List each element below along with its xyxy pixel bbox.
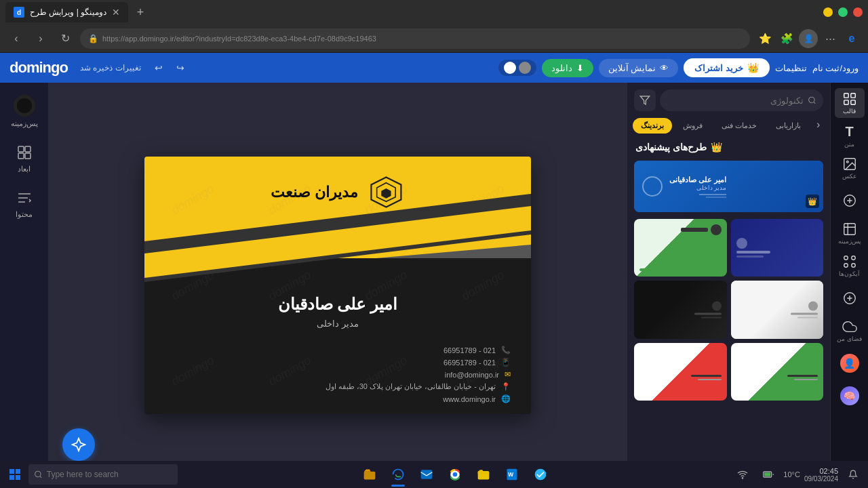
- browser-tab-active[interactable]: d دومینگو | ویرایش طرح ✕: [5, 2, 128, 22]
- svg-point-21: [851, 264, 855, 268]
- side-icon-text[interactable]: T متن: [835, 121, 865, 150]
- template-card-5[interactable]: 👑: [634, 343, 727, 401]
- side-icon-avatar[interactable]: 👤: [835, 348, 865, 378]
- maximize-button[interactable]: [838, 7, 848, 17]
- card-logo-area: مدیران صنعت: [271, 174, 405, 211]
- magic-button[interactable]: [62, 428, 95, 461]
- address-bar[interactable]: 🔒 https://app.domingo.ir/editor?industry…: [80, 28, 750, 49]
- side-icon-cloud[interactable]: فضای من: [835, 316, 865, 346]
- redo-button[interactable]: ↪: [171, 58, 190, 77]
- back-button[interactable]: ‹: [7, 29, 26, 48]
- svg-rect-29: [363, 472, 375, 480]
- tool-content[interactable]: محتوا: [4, 183, 45, 224]
- side-icon-brain[interactable]: 🧠: [835, 381, 865, 411]
- bookmarks-icon[interactable]: ⭐: [755, 29, 774, 48]
- side-icon-photo[interactable]: عکس: [835, 153, 865, 183]
- svg-rect-13: [850, 100, 854, 104]
- tool-dimensions-label: ابعاد: [18, 165, 31, 174]
- cat-tab-marketing[interactable]: بازاریابی: [768, 118, 809, 134]
- taskbar-date: 09/03/2024: [804, 475, 838, 483]
- card-phone2: 021 - 66951789: [443, 359, 496, 367]
- tab-close-button[interactable]: ✕: [112, 7, 120, 18]
- template-search-input[interactable]: [667, 96, 804, 106]
- side-icon-template[interactable]: قالب: [835, 88, 865, 118]
- svg-point-18: [844, 256, 848, 260]
- auth-button[interactable]: ورود/ثبت نام: [812, 63, 859, 73]
- url-text: https://app.domingo.ir/editor?industryId…: [102, 35, 376, 43]
- preview-button[interactable]: 👁 نمایش آنلاین: [599, 59, 679, 77]
- taskbar-battery-icon[interactable]: [757, 464, 779, 485]
- template-card-2[interactable]: 👑: [731, 219, 824, 277]
- taskbar-windows-button[interactable]: [4, 464, 26, 485]
- cat-tab-branding[interactable]: برندینگ: [633, 118, 672, 134]
- svg-rect-10: [844, 94, 848, 98]
- minimize-button[interactable]: [823, 7, 833, 17]
- taskbar-app-edge[interactable]: [384, 462, 412, 487]
- edge-icon[interactable]: e: [842, 29, 861, 48]
- template-crown-5: 👑: [707, 380, 723, 396]
- template-card-4[interactable]: 👑: [731, 281, 824, 338]
- taskbar-clock[interactable]: 02:45 09/03/2024: [804, 467, 838, 483]
- brain-icon: 🧠: [840, 386, 859, 405]
- theme-toggle[interactable]: [498, 60, 536, 76]
- cat-tab-technical[interactable]: خدمات فنی: [713, 118, 765, 134]
- svg-rect-11: [850, 94, 854, 98]
- new-tab-button[interactable]: +: [131, 3, 150, 22]
- svg-rect-2: [18, 153, 24, 159]
- taskbar-wifi-icon[interactable]: [732, 464, 753, 485]
- card-person-name: امیر علی صادقیان: [144, 295, 531, 314]
- taskbar-search-input[interactable]: [47, 470, 172, 479]
- taskbar-app-folder[interactable]: [470, 462, 497, 487]
- taskbar-notification-button[interactable]: [842, 464, 864, 485]
- svg-rect-39: [764, 472, 770, 476]
- taskbar-app-fileexplorer[interactable]: [356, 462, 383, 487]
- taskbar-app-word[interactable]: W: [498, 462, 526, 487]
- download-button[interactable]: ⬇ دانلود: [542, 59, 593, 77]
- taskbar-search-box[interactable]: [28, 464, 178, 485]
- section-crown-icon: 👑: [711, 142, 722, 152]
- undo-button[interactable]: ↩: [149, 58, 168, 77]
- template-card-6[interactable]: 👑: [731, 343, 824, 401]
- card-phone1: 021 - 66951789: [443, 346, 496, 354]
- categories-back-button[interactable]: ‹: [812, 118, 825, 131]
- tool-background[interactable]: پس‌زمینه: [4, 89, 45, 134]
- side-icon-add2[interactable]: [835, 283, 865, 313]
- cat-tab-sales[interactable]: فروش: [675, 118, 711, 134]
- taskbar-app-telegram[interactable]: [527, 462, 554, 487]
- add2-icon: [842, 291, 857, 306]
- content-icon: [15, 188, 34, 207]
- svg-rect-30: [420, 470, 432, 479]
- app-wrapper: domingo تغییرات ذخیره شد ↩ ↪ ورود/ثبت نا…: [0, 53, 868, 488]
- crown-icon: 👑: [747, 62, 759, 73]
- template-card-3[interactable]: 👑: [634, 281, 727, 338]
- dimensions-icon: [15, 143, 34, 162]
- profile-icon[interactable]: 👤: [799, 29, 818, 48]
- refresh-button[interactable]: ↻: [56, 29, 75, 48]
- category-tabs: ‹ بازاریابی خدمات فنی فروش برندینگ: [627, 115, 830, 136]
- tool-dimensions[interactable]: ابعاد: [4, 138, 45, 179]
- design-card[interactable]: domingo domingo domingo domingo domingo …: [144, 157, 531, 414]
- template-card-1[interactable]: 👑: [634, 219, 727, 277]
- subscribe-button[interactable]: 👑 خرید اشتراک: [684, 58, 770, 77]
- browser-frame: d دومینگو | ویرایش طرح ✕ + ‹ › ↻ 🔒 https…: [0, 0, 868, 488]
- side-icon-add[interactable]: [835, 186, 865, 216]
- card-company-name: مدیران صنعت: [271, 184, 358, 201]
- extensions-icon[interactable]: 🧩: [777, 29, 796, 48]
- settings-button[interactable]: تنظیمات: [775, 63, 807, 73]
- filter-button[interactable]: [634, 89, 656, 111]
- menu-icon[interactable]: ⋯: [821, 29, 840, 48]
- card-contacts: 📞 021 - 66951789 📱 021 - 66951789 ✉ info…: [326, 346, 511, 403]
- featured-template[interactable]: امیر علی صادقیانی مدیر داخلی 👑: [634, 161, 823, 212]
- forward-button[interactable]: ›: [31, 29, 50, 48]
- taskbar-app-chrome[interactable]: [441, 462, 469, 487]
- panel-toggle-button[interactable]: ›: [624, 272, 627, 299]
- taskbar-app-mail[interactable]: [413, 462, 440, 487]
- side-icon-background[interactable]: پس‌زمینه: [835, 218, 865, 248]
- svg-point-20: [844, 264, 848, 268]
- search-input-wrap[interactable]: [660, 89, 823, 111]
- side-icon-icons[interactable]: آیکون‌ها: [835, 251, 865, 281]
- canvas-area[interactable]: domingo domingo domingo domingo domingo …: [49, 83, 627, 488]
- template-crown-2: 👑: [803, 256, 819, 272]
- close-button[interactable]: [853, 7, 863, 17]
- add-icon: [842, 193, 857, 208]
